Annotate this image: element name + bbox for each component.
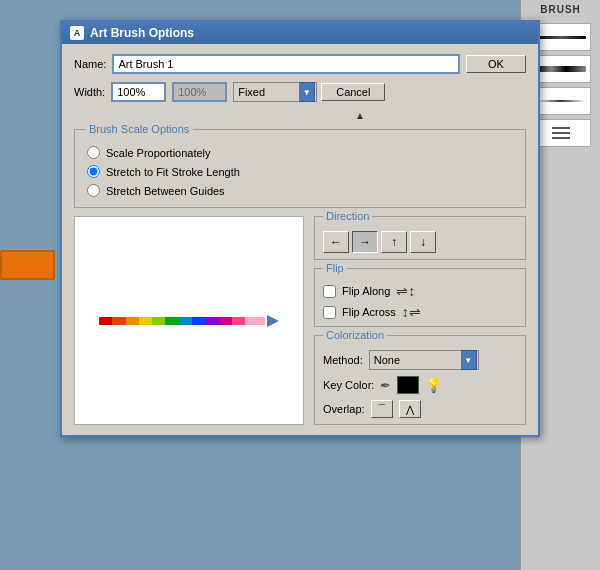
brush-direction-arrow: [267, 315, 279, 327]
radio-row-1: Scale Proportionately: [87, 146, 513, 159]
width-readonly: [172, 82, 227, 102]
radio-label-1[interactable]: Scale Proportionately: [106, 147, 211, 159]
bulb-icon[interactable]: 💡: [425, 377, 442, 393]
radio-row-2: Stretch to Fit Stroke Length: [87, 165, 513, 178]
dir-btn-down[interactable]: ↓: [410, 231, 436, 253]
method-select-container: None Tints Tints and Shades Hue Shift ▼: [369, 350, 477, 370]
arrow-indicator: ▲: [194, 110, 526, 121]
flip-group: Flip Flip Along ⇌↕ Flip Across ↕⇌: [314, 268, 526, 327]
width-row: Width: Fixed Proportional ▼ Cancel: [74, 82, 526, 102]
colorization-group: Colorization Method: None Tints Tints an…: [314, 335, 526, 425]
brush-scale-title: Brush Scale Options: [85, 123, 193, 135]
flip-across-checkbox[interactable]: [323, 306, 336, 319]
key-color-row: Key Color: ✒ 💡: [323, 376, 517, 394]
main-content: Direction ← → ↑ ↓ Flip Flip Along ⇌↕: [74, 216, 526, 425]
brush-rainbow-preview: [99, 317, 265, 325]
brush-scale-group: Brush Scale Options Scale Proportionatel…: [74, 129, 526, 208]
name-input[interactable]: [112, 54, 460, 74]
cancel-button[interactable]: Cancel: [321, 83, 385, 101]
fixed-select[interactable]: Fixed Proportional: [233, 82, 317, 102]
brush-panel-label: BRUSH: [521, 0, 600, 19]
colorization-title: Colorization: [323, 329, 387, 341]
brush-preview-1: [536, 36, 586, 39]
flip-across-row: Flip Across ↕⇌: [323, 304, 517, 320]
radio-stretch-stroke[interactable]: [87, 165, 100, 178]
orange-bar: [0, 250, 55, 280]
width-label: Width:: [74, 86, 105, 98]
flip-along-icon: ⇌↕: [396, 283, 415, 299]
preview-box: [74, 216, 304, 425]
dialog-titlebar: A Art Brush Options: [62, 22, 538, 44]
width-input[interactable]: [111, 82, 166, 102]
flip-along-row: Flip Along ⇌↕: [323, 283, 517, 299]
direction-buttons: ← → ↑ ↓: [323, 231, 517, 253]
overlap-row: Overlap: ⌒ ⋀: [323, 400, 517, 418]
flip-along-label[interactable]: Flip Along: [342, 285, 390, 297]
flip-across-label[interactable]: Flip Across: [342, 306, 396, 318]
method-row: Method: None Tints Tints and Shades Hue …: [323, 350, 517, 370]
radio-row-3: Stretch Between Guides: [87, 184, 513, 197]
overlap-label: Overlap:: [323, 403, 365, 415]
eyedropper-icon[interactable]: ✒: [380, 378, 391, 393]
fixed-select-container: Fixed Proportional ▼: [233, 82, 315, 102]
name-row: Name: OK: [74, 54, 526, 74]
direction-title: Direction: [323, 210, 372, 222]
flip-across-icon: ↕⇌: [402, 304, 421, 320]
name-label: Name:: [74, 58, 106, 70]
radio-label-3[interactable]: Stretch Between Guides: [106, 185, 225, 197]
dir-btn-right[interactable]: →: [352, 231, 378, 253]
key-color-swatch[interactable]: [397, 376, 419, 394]
controls-panel: Direction ← → ↑ ↓ Flip Flip Along ⇌↕: [314, 216, 526, 425]
dir-btn-left[interactable]: ←: [323, 231, 349, 253]
direction-group: Direction ← → ↑ ↓: [314, 216, 526, 260]
method-label: Method:: [323, 354, 363, 366]
overlap-btn-1[interactable]: ⌒: [371, 400, 393, 418]
preview-brush: [99, 315, 279, 327]
method-select[interactable]: None Tints Tints and Shades Hue Shift: [369, 350, 479, 370]
dialog-body: Name: OK Width: Fixed Proportional ▼ Can…: [62, 44, 538, 435]
ok-button[interactable]: OK: [466, 55, 526, 73]
brush-preview-2: [536, 66, 586, 72]
dialog-title: Art Brush Options: [90, 26, 194, 40]
brush-preview-3: [536, 100, 586, 102]
flip-title: Flip: [323, 262, 347, 274]
dir-btn-up[interactable]: ↑: [381, 231, 407, 253]
overlap-btn-2[interactable]: ⋀: [399, 400, 421, 418]
key-color-label: Key Color:: [323, 379, 374, 391]
dialog-icon: A: [70, 26, 84, 40]
radio-label-2[interactable]: Stretch to Fit Stroke Length: [106, 166, 240, 178]
radio-stretch-guides[interactable]: [87, 184, 100, 197]
radio-scale-proportionately[interactable]: [87, 146, 100, 159]
dialog: A Art Brush Options Name: OK Width: Fixe…: [60, 20, 540, 437]
brush-menu-icon: [550, 125, 572, 141]
flip-along-checkbox[interactable]: [323, 285, 336, 298]
